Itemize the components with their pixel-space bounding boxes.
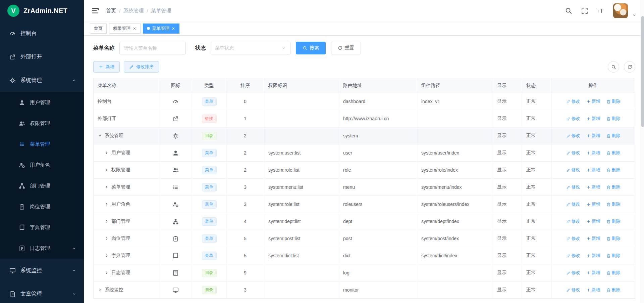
tab-menu-manage[interactable]: 菜单管理 [143,24,179,34]
expand-arrow-icon[interactable] [104,236,109,241]
avatar[interactable] [613,3,628,18]
logo[interactable]: V ZrAdmin.NET [0,0,84,21]
edit-link[interactable]: 修改 [566,202,580,207]
expand-arrow-icon[interactable] [98,288,102,292]
sidebar-item-user[interactable]: 用户管理 [0,92,84,113]
table-row: 用户管理菜单2system:user:listusersystem/user/i… [94,144,635,162]
edit-link[interactable]: 修改 [566,167,580,172]
sidebar-item-label: 岗位管理 [30,204,50,210]
expand-arrow-icon[interactable] [104,202,109,207]
edit-link[interactable]: 修改 [566,287,580,292]
fullscreen-icon[interactable] [581,7,588,14]
edit-link[interactable]: 修改 [566,150,580,155]
type-cell: 链接 [192,110,226,127]
delete-link[interactable]: 删除 [606,116,621,121]
sidebar-item-article[interactable]: 文章管理 [0,282,84,303]
expand-arrow-icon[interactable] [104,270,109,275]
add-button[interactable]: 新增 [93,61,120,73]
toggle-search-button[interactable] [608,61,619,73]
visible-cell: 显示 [493,282,522,299]
edit-icon [566,117,571,121]
perm-cell [264,93,339,110]
add-link[interactable]: 新增 [586,184,600,189]
add-link[interactable]: 新增 [586,270,600,275]
chevron-down-icon[interactable] [632,13,637,17]
sort-button[interactable]: 修改排序 [124,61,159,73]
sidebar-item-roleusers[interactable]: 用户角色 [0,155,84,175]
edit-icon [566,151,571,155]
delete-link[interactable]: 删除 [606,150,621,155]
chevron-down-icon [72,246,76,251]
sort-cell: 1 [226,110,264,127]
delete-link[interactable]: 删除 [606,167,621,172]
sidebar-item-system[interactable]: 系统管理 [0,69,84,92]
sort-cell: 3 [226,282,264,299]
edit-link[interactable]: 修改 [566,236,580,241]
font-size-icon[interactable] [597,7,604,14]
reset-button[interactable]: 重置 [331,42,361,54]
sidebar-toggle-icon[interactable] [91,7,99,15]
sidebar-item-post[interactable]: 岗位管理 [0,196,84,217]
delete-link[interactable]: 删除 [606,219,621,224]
sidebar-item-role[interactable]: 权限管理 [0,113,84,134]
breadcrumb-item[interactable]: 系统管理 [123,8,144,14]
add-link[interactable]: 新增 [586,236,600,241]
sidebar-item-dashboard[interactable]: 控制台 [0,21,84,45]
sidebar-item-log[interactable]: 日志管理 [0,238,84,259]
delete-link[interactable]: 删除 [606,253,621,258]
add-link[interactable]: 新增 [586,219,600,224]
type-tag: 菜单 [202,200,217,209]
close-icon[interactable] [171,27,175,31]
delete-link[interactable]: 删除 [606,133,621,138]
edit-link[interactable]: 修改 [566,133,580,138]
breadcrumb-item[interactable]: 首页 [106,8,116,14]
reset-button-label: 重置 [345,45,354,51]
delete-link[interactable]: 删除 [606,99,621,104]
edit-link[interactable]: 修改 [566,99,580,104]
menu-name-input[interactable] [119,42,186,54]
delete-link[interactable]: 删除 [606,202,621,207]
add-link[interactable]: 新增 [586,253,600,258]
refresh-table-button[interactable] [624,61,635,73]
edit-link[interactable]: 修改 [566,116,580,121]
route-cell: log [339,264,417,282]
expand-arrow-icon[interactable] [104,185,109,189]
add-link[interactable]: 新增 [586,287,600,292]
collapse-arrow-icon[interactable] [98,133,102,138]
filter-row: 菜单名称 状态 菜单状态 搜索 重置 [93,42,635,54]
add-link[interactable]: 新增 [586,116,600,121]
search-icon[interactable] [565,7,572,14]
expand-arrow-icon[interactable] [104,219,109,224]
delete-link[interactable]: 删除 [606,287,621,292]
icon-cell [159,127,192,144]
sidebar-item-monitor[interactable]: 系统监控 [0,259,84,282]
sidebar-item-menu[interactable]: 菜单管理 [0,134,84,155]
edit-link[interactable]: 修改 [566,270,580,275]
expand-arrow-icon[interactable] [104,150,109,155]
scrollbar[interactable] [641,0,644,303]
expand-arrow-icon[interactable] [104,253,109,258]
sidebar-item-external[interactable]: 外部打开 [0,45,84,69]
search-button[interactable]: 搜索 [296,42,326,54]
scrollbar-thumb[interactable] [641,16,644,127]
type-cell: 菜单 [192,93,226,110]
add-link[interactable]: 新增 [586,167,600,172]
edit-link[interactable]: 修改 [566,253,580,258]
close-icon[interactable] [132,27,137,31]
add-link[interactable]: 新增 [586,133,600,138]
delete-link[interactable]: 删除 [606,270,621,275]
add-link[interactable]: 新增 [586,202,600,207]
edit-link[interactable]: 修改 [566,184,580,189]
status-select[interactable]: 菜单状态 [211,42,290,54]
add-link[interactable]: 新增 [586,150,600,155]
tab-role-manage[interactable]: 权限管理 [109,24,141,34]
delete-link[interactable]: 删除 [606,236,621,241]
expand-arrow-icon[interactable] [104,168,109,172]
edit-link[interactable]: 修改 [566,219,580,224]
sidebar-item-dept[interactable]: 部门管理 [0,175,84,196]
tab-home[interactable]: 首页 [90,24,107,34]
menu-name-cell: 日志管理 [94,264,159,282]
add-link[interactable]: 新增 [586,99,600,104]
sidebar-item-dict[interactable]: 字典管理 [0,217,84,238]
delete-link[interactable]: 删除 [606,184,621,189]
